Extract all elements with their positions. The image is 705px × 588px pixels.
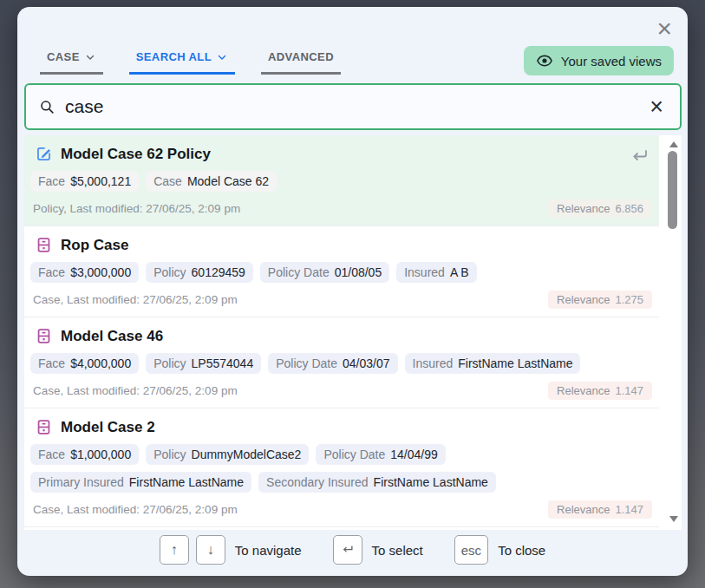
saved-views-label: Your saved views bbox=[561, 54, 662, 69]
search-input[interactable] bbox=[65, 96, 636, 117]
result-title: Model Case 46 bbox=[61, 328, 163, 345]
scrollbar-thumb[interactable] bbox=[668, 151, 677, 229]
result-row[interactable]: Model Case 2Face$1,000,000PolicyDummyMod… bbox=[24, 408, 659, 527]
field-chip: Policy Date04/03/07 bbox=[268, 353, 397, 374]
chevron-down-icon bbox=[84, 51, 96, 63]
search-results-list: Model Case 62 PolicyFace$5,000,121CaseMo… bbox=[24, 135, 682, 530]
field-chip: Face$3,000,000 bbox=[30, 262, 139, 283]
result-row[interactable]: Rop CaseFace$3,000,000Policy60129459Poli… bbox=[24, 226, 659, 317]
chip-value: FirstName LastName bbox=[129, 475, 244, 489]
chip-value: $1,000,000 bbox=[70, 448, 131, 461]
result-meta-line: Policy, Last modified: 27/06/25, 2:09 pm… bbox=[33, 199, 652, 218]
chip-label: Policy bbox=[153, 265, 186, 279]
chip-label: Policy Date bbox=[276, 356, 337, 370]
tab-bar: CASESEARCH ALLADVANCED bbox=[40, 50, 341, 75]
enter-arrow-icon bbox=[630, 146, 650, 167]
result-title-line: Model Case 62 Policy bbox=[35, 145, 652, 163]
hint-label: To select bbox=[372, 543, 423, 558]
result-title: Rop Case bbox=[61, 237, 128, 254]
relevance-value: 1.275 bbox=[615, 293, 643, 306]
chip-value: $4,000,000 bbox=[70, 356, 131, 370]
scrollbar-up-icon[interactable] bbox=[669, 141, 678, 147]
saved-views-button[interactable]: Your saved views bbox=[524, 46, 674, 75]
result-chips: Face$3,000,000Policy60129459Policy Date0… bbox=[30, 262, 652, 283]
last-modified-text: Case, Last modified: 27/06/25, 2:09 pm bbox=[33, 293, 238, 306]
close-icon[interactable]: × bbox=[656, 16, 672, 42]
relevance-label: Relevance bbox=[557, 503, 610, 516]
clear-search-icon[interactable]: × bbox=[646, 95, 667, 119]
chip-label: Insured bbox=[413, 356, 454, 370]
chip-value: A B bbox=[450, 265, 469, 279]
chip-value: LP5574044 bbox=[192, 356, 254, 370]
result-row[interactable]: Model Case 62 PolicyFace$5,000,121CaseMo… bbox=[24, 135, 659, 226]
hint-to-select: To select bbox=[333, 535, 423, 565]
result-meta-line: Case, Last modified: 27/06/25, 2:09 pmRe… bbox=[33, 500, 652, 519]
result-row[interactable]: Model Case 6 bbox=[24, 527, 659, 530]
chip-value: FirstName LastName bbox=[458, 356, 572, 370]
field-chip: Secondary InsuredFirstName LastName bbox=[258, 472, 496, 493]
result-title-line: Rop Case bbox=[35, 236, 652, 254]
scrollbar-down-icon[interactable] bbox=[669, 516, 678, 522]
relevance-label: Relevance bbox=[557, 202, 610, 215]
chip-value: Model Case 62 bbox=[187, 174, 269, 188]
keycaps: ↑↓ bbox=[160, 535, 225, 565]
chip-label: Face bbox=[38, 174, 65, 188]
last-modified-text: Case, Last modified: 27/06/25, 2:09 pm bbox=[33, 503, 238, 516]
keycaps: esc bbox=[454, 535, 488, 565]
field-chip: Face$4,000,000 bbox=[30, 353, 139, 374]
field-chip: Face$5,000,121 bbox=[30, 171, 139, 192]
tab-search-all[interactable]: SEARCH ALL bbox=[129, 50, 235, 75]
chip-label: Policy Date bbox=[323, 448, 385, 461]
keycaps bbox=[333, 535, 362, 565]
keyboard-hints: ↑↓To navigateTo selectescTo close bbox=[17, 535, 688, 565]
search-box: × bbox=[24, 83, 682, 130]
hint-to-close: escTo close bbox=[454, 535, 545, 565]
chip-label: Case bbox=[153, 174, 182, 188]
relevance-badge: Relevance6.856 bbox=[548, 199, 652, 218]
hint-label: To close bbox=[498, 543, 545, 558]
chip-value: 60129459 bbox=[192, 265, 245, 279]
chip-value: FirstName LastName bbox=[374, 475, 488, 489]
result-title: Model Case 62 Policy bbox=[61, 146, 211, 163]
relevance-badge: Relevance1.275 bbox=[548, 291, 652, 309]
esc-key: esc bbox=[454, 535, 488, 565]
scrollbar[interactable] bbox=[667, 135, 679, 530]
relevance-label: Relevance bbox=[557, 384, 610, 397]
field-chip: PolicyLP5574044 bbox=[146, 353, 261, 374]
chip-label: Secondary Insured bbox=[266, 475, 369, 489]
policy-icon bbox=[35, 145, 53, 163]
chip-label: Primary Insured bbox=[38, 475, 124, 489]
chip-value: 14/04/99 bbox=[390, 448, 438, 461]
tab-case[interactable]: CASE bbox=[40, 50, 103, 75]
eye-icon bbox=[536, 52, 553, 69]
result-chips: Face$4,000,000PolicyLP5574044Policy Date… bbox=[30, 353, 652, 374]
last-modified-text: Policy, Last modified: 27/06/25, 2:09 pm bbox=[33, 202, 240, 215]
hint-to-navigate: ↑↓To navigate bbox=[160, 535, 302, 565]
chip-label: Policy bbox=[153, 448, 186, 461]
case-icon bbox=[35, 418, 53, 436]
result-chips: Face$5,000,121CaseModel Case 62 bbox=[30, 171, 652, 192]
case-icon bbox=[35, 327, 53, 345]
chip-value: $5,000,121 bbox=[70, 174, 131, 188]
relevance-label: Relevance bbox=[557, 293, 610, 306]
chip-label: Policy Date bbox=[268, 265, 330, 279]
case-icon bbox=[35, 236, 53, 254]
chip-value: 01/08/05 bbox=[335, 265, 382, 279]
field-chip: Primary InsuredFirstName LastName bbox=[30, 472, 251, 493]
tab-advanced[interactable]: ADVANCED bbox=[261, 50, 341, 75]
relevance-value: 1.147 bbox=[615, 384, 643, 397]
chip-value: 04/03/07 bbox=[343, 356, 390, 370]
field-chip: PolicyDummyModelCase2 bbox=[146, 444, 309, 465]
chip-label: Face bbox=[38, 265, 65, 279]
chip-label: Insured bbox=[404, 265, 445, 279]
relevance-badge: Relevance1.147 bbox=[548, 500, 652, 519]
tab-label: SEARCH ALL bbox=[136, 50, 212, 63]
hint-label: To navigate bbox=[235, 543, 302, 558]
result-row[interactable]: Model Case 46Face$4,000,000PolicyLP55740… bbox=[24, 317, 659, 408]
chip-label: Policy bbox=[153, 356, 186, 370]
enter-key bbox=[333, 535, 362, 565]
tab-label: ADVANCED bbox=[268, 50, 334, 63]
enter-key-icon bbox=[340, 542, 356, 558]
field-chip: InsuredA B bbox=[396, 262, 477, 283]
result-title-line: Model Case 2 bbox=[35, 418, 652, 436]
